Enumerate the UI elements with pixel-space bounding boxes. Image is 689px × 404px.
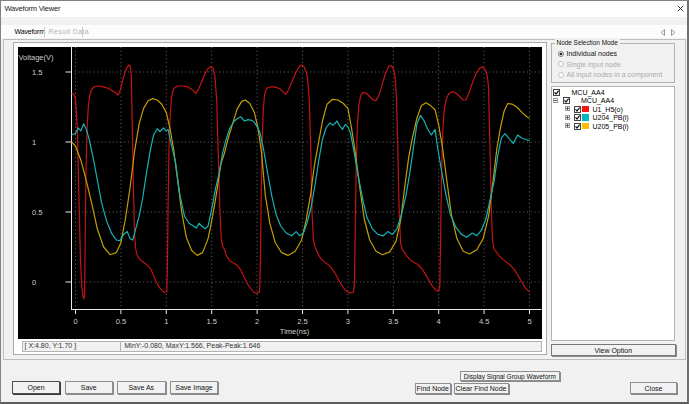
svg-text:0.5: 0.5 (115, 317, 125, 326)
svg-text:1.5: 1.5 (32, 68, 42, 77)
svg-text:0.5: 0.5 (32, 208, 42, 217)
svg-text:1: 1 (164, 317, 168, 326)
svg-text:3: 3 (345, 317, 349, 326)
svg-text:4: 4 (436, 317, 440, 326)
svg-text:4.5: 4.5 (478, 317, 488, 326)
svg-text:2: 2 (255, 317, 259, 326)
svg-text:3.5: 3.5 (388, 317, 398, 326)
svg-text:1.5: 1.5 (206, 317, 216, 326)
svg-text:Time(ns): Time(ns) (279, 327, 309, 336)
svg-text:Voltage(V): Voltage(V) (18, 53, 54, 62)
svg-text:5: 5 (527, 317, 531, 326)
svg-text:1: 1 (32, 138, 36, 147)
svg-text:0: 0 (32, 278, 36, 287)
svg-text:2.5: 2.5 (297, 317, 307, 326)
svg-text:0: 0 (73, 317, 77, 326)
